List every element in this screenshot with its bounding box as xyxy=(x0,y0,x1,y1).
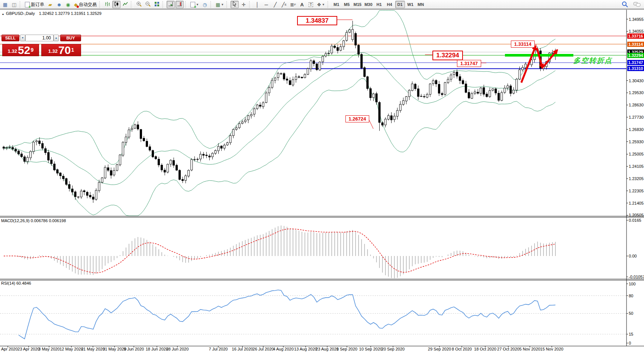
zoom-out-icon[interactable] xyxy=(144,1,152,8)
chat-icon[interactable] xyxy=(632,1,642,8)
timeframe-m5-button[interactable]: M5 xyxy=(342,1,352,8)
date-label[interactable]: 18 Jun 2020 xyxy=(146,347,168,351)
line-chart-icon[interactable] xyxy=(121,1,129,8)
chart-canvas[interactable] xyxy=(0,0,644,352)
candle-body xyxy=(420,96,422,96)
sell-button[interactable]: SELL xyxy=(1,35,19,41)
templates-icon-caret[interactable]: ▼ xyxy=(221,3,224,6)
timeframe-h4-button[interactable]: H4 xyxy=(385,1,395,8)
zoom-in-icon[interactable] xyxy=(135,1,143,8)
date-label[interactable]: 4 Aug 2020 xyxy=(273,347,294,351)
rsi-axis-label: 80 xyxy=(629,294,633,298)
price-callout-1.34837[interactable]: 1.34837 xyxy=(297,16,337,25)
date-label[interactable]: 1 Sep 2020 xyxy=(337,347,357,351)
text-label-icon[interactable]: T xyxy=(307,1,315,8)
price-callout-1.32294[interactable]: 1.32294 xyxy=(432,51,463,60)
timeframe-m1-button[interactable]: M1 xyxy=(332,1,341,8)
candle-body xyxy=(519,70,521,79)
date-label[interactable]: 27 Oct 2020 xyxy=(497,347,519,351)
bull-bear-turning-point-annotation[interactable]: 多空转折点 xyxy=(573,56,612,65)
arrows-tool-icon[interactable]: ❖▼ xyxy=(316,1,326,8)
date-label[interactable]: 10 Sep 2020 xyxy=(359,347,382,351)
buy-price-box[interactable]: 1.32 70 1 xyxy=(41,44,81,56)
date-label[interactable]: 26 Jul 2020 xyxy=(253,347,274,351)
date-label[interactable]: 31 May 2020 xyxy=(103,347,126,351)
date-label[interactable]: 29 Sep 2020 xyxy=(428,347,451,351)
date-label[interactable]: 3 May 2020 xyxy=(38,347,59,351)
new-chart-icon[interactable]: ▦ xyxy=(1,1,9,8)
volume-increase-button[interactable]: ▲ xyxy=(54,35,59,41)
timeframe-w1-button[interactable]: W1 xyxy=(406,1,415,8)
candlestick-chart-icon[interactable] xyxy=(112,1,120,8)
date-label[interactable]: 16 Jul 2020 xyxy=(232,347,253,351)
candle-body xyxy=(161,165,163,170)
date-label[interactable]: 9 Jun 2020 xyxy=(124,347,144,351)
timeframe-d1-button[interactable]: D1 xyxy=(395,1,405,8)
crosshair-icon[interactable]: ✛ xyxy=(239,1,248,8)
timeframe-mn-button[interactable]: MN xyxy=(416,1,426,8)
date-label[interactable]: 12 May 2020 xyxy=(59,347,83,351)
date-label[interactable]: 7 Jul 2020 xyxy=(209,347,228,351)
price-badge-1.33716: 1.33716 xyxy=(627,33,644,39)
candle-body xyxy=(143,138,145,141)
candle-body xyxy=(116,165,118,171)
indicators-add-icon[interactable]: +▼ xyxy=(189,1,200,8)
volume-input[interactable]: 1.00 xyxy=(25,35,54,41)
equidistant-channel-icon[interactable]: ╱E xyxy=(280,1,288,8)
candle-body xyxy=(179,170,181,180)
timeframe-m15-button[interactable]: M15 xyxy=(352,1,363,8)
candle-body xyxy=(373,94,374,97)
candle-body xyxy=(128,130,130,137)
date-label[interactable]: 28 Jun 2020 xyxy=(166,347,189,351)
timeframe-h1-button[interactable]: H1 xyxy=(374,1,384,8)
horizontal-line-icon-glyph: ─ xyxy=(265,2,268,7)
date-label[interactable]: 8 Oct 2020 xyxy=(452,347,472,351)
auto-scroll-icon[interactable] xyxy=(167,1,175,8)
templates-icon[interactable]: ▩▼ xyxy=(215,1,225,8)
timeframe-m30-button[interactable]: M30 xyxy=(363,1,373,8)
candle-body xyxy=(92,197,94,199)
buy-button[interactable]: BUY xyxy=(60,35,81,41)
date-label[interactable]: 23 Apr 2020 xyxy=(17,347,39,351)
vertical-line-icon-glyph: │ xyxy=(256,2,259,7)
date-label[interactable]: 5 Nov 2020 xyxy=(519,347,540,351)
bar-chart-icon[interactable] xyxy=(103,1,112,8)
arrows-tool-icon-caret[interactable]: ▼ xyxy=(322,3,325,6)
signal-icon[interactable]: ◉ xyxy=(64,1,72,8)
horizontal-line-icon[interactable]: ─ xyxy=(262,1,270,8)
eraser-icon[interactable]: ▰ xyxy=(46,1,54,8)
accounts-icon-glyph: ☻ xyxy=(57,2,62,7)
tile-windows-icon[interactable] xyxy=(153,1,161,8)
sell-price-box[interactable]: 1.32 52 9 xyxy=(2,44,39,56)
new-order-button[interactable]: +新订单 xyxy=(24,1,45,8)
date-label[interactable]: 13 Aug 2020 xyxy=(294,347,317,351)
window-profile-icon[interactable]: ◫ xyxy=(10,1,18,8)
price-callout-1.33114[interactable]: 1.33114 xyxy=(511,41,535,48)
candle-body xyxy=(203,154,205,155)
price-callout-1.31747[interactable]: 1.31747 xyxy=(457,60,481,67)
date-label[interactable]: 21 May 2020 xyxy=(81,347,105,351)
text-icon[interactable]: A xyxy=(298,1,306,8)
indicators-add-icon-caret[interactable]: ▼ xyxy=(196,3,199,6)
cursor-icon[interactable] xyxy=(231,1,239,8)
candle-body xyxy=(361,54,363,68)
date-label[interactable]: 4 Apr 2020 xyxy=(0,347,18,351)
candle-body xyxy=(173,160,175,165)
vertical-line-icon[interactable]: │ xyxy=(253,1,261,8)
date-label[interactable]: 15 Nov 2020 xyxy=(540,347,563,351)
candle-body xyxy=(358,45,360,54)
periods-clock-icon[interactable]: ◷ xyxy=(201,1,209,8)
chart-shift-icon[interactable] xyxy=(176,1,184,8)
date-label[interactable]: 18 Oct 2020 xyxy=(474,347,496,351)
trendline-icon[interactable]: ╱ xyxy=(271,1,279,8)
search-icon[interactable] xyxy=(621,1,629,8)
fibonacci-icon[interactable]: ≣F xyxy=(289,1,297,8)
date-label[interactable]: 23 Aug 2020 xyxy=(316,347,339,351)
auto-trading-button[interactable]: ◆自动交易 xyxy=(73,1,98,8)
date-label[interactable]: 20 Sep 2020 xyxy=(381,347,405,351)
quick-panel-arrow-icon[interactable]: ▴ xyxy=(2,12,4,16)
accounts-icon[interactable]: ☻ xyxy=(55,1,63,8)
candle-body xyxy=(450,75,452,79)
price-callout-1.26724[interactable]: 1.26724 xyxy=(345,115,369,122)
volume-decrease-button[interactable]: ▼ xyxy=(20,35,25,41)
